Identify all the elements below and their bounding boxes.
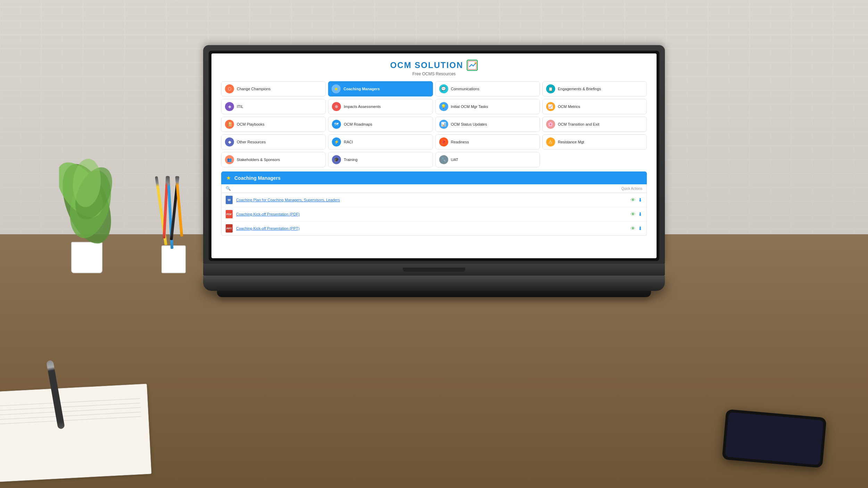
app-subtitle: Free OCMS Resources [221,71,647,76]
section-star-icon: ★ [226,175,231,181]
category-btn-ocm-status[interactable]: 📊 OCM Status Updates [435,117,540,132]
readiness-label: Readiness [451,140,469,144]
other-resources-label: Other Resources [237,140,266,144]
category-btn-itil[interactable]: ◈ ITIL [221,99,326,114]
laptop-bottom-edge [217,291,651,297]
file-2-download-icon[interactable]: ⬇ [638,211,642,217]
category-btn-readiness[interactable]: 📌 Readiness [435,134,540,150]
file-item: PDF Coaching Kick-off Presentation (PDF)… [222,207,646,221]
training-label: Training [344,158,357,162]
file-item: W Coaching Plan for Coaching Managers, S… [222,193,646,207]
category-btn-impacts[interactable]: ⊕ Impacts Assessments [328,99,433,114]
section-header-label: Coaching Managers [234,175,281,181]
category-btn-training[interactable]: 🎓 Training [328,152,433,167]
category-btn-change-champions[interactable]: ⬡ Change Champions [221,81,326,96]
readiness-icon: 📌 [439,137,448,146]
file-item: PPT Coaching Kick-off Presentation (PPT)… [222,221,646,235]
coaching-managers-label: Coaching Managers [343,87,380,91]
active-section: ★ Coaching Managers 🔍 Quick Actions [221,171,647,236]
laptop-base [203,264,665,276]
category-btn-other-resources[interactable]: ◆ Other Resources [221,134,326,150]
ocm-transition-icon: 🌸 [546,120,555,129]
itil-label: ITIL [237,104,243,109]
ocm-playbooks-label: OCM Playbooks [237,122,264,126]
training-icon: 🎓 [332,155,341,164]
file-name-2[interactable]: Coaching Kick-off Presentation (PDF) [236,212,627,216]
ocm-metrics-icon: 📈 [546,102,555,111]
file-1-eye-icon[interactable]: 👁 [631,197,635,203]
category-btn-initial-ocm[interactable]: 💡 Initial OCM Mgr Tasks [435,99,540,114]
section-search-row: 🔍 Quick Actions [221,184,647,193]
engagements-icon: 📋 [546,84,555,93]
stakeholders-label: Stakeholders & Sponsors [237,158,280,162]
engagements-label: Engagements & Briefings [558,87,601,91]
file-name-3[interactable]: Coaching Kick-off Presentation (PPT) [236,226,627,230]
file-doc-icon: W [226,196,233,204]
category-btn-ocm-roadmaps[interactable]: 🗺 OCM Roadmaps [328,117,433,132]
coaching-managers-icon: ★ [332,84,341,93]
resistance-icon: ⚠ [546,137,555,146]
app-logo-icon [467,60,478,71]
category-btn-resistance[interactable]: ⚠ Resistance Mgt [542,134,647,150]
category-btn-engagements[interactable]: 📋 Engagements & Briefings [542,81,647,96]
stakeholders-icon: 👥 [225,155,234,164]
raci-icon: ⚡ [332,137,341,146]
itil-icon: ◈ [225,102,234,111]
ocm-roadmaps-label: OCM Roadmaps [344,122,372,126]
category-grid: ⬡ Change Champions ★ Coaching Managers 💬… [221,81,647,167]
ocm-roadmaps-icon: 🗺 [332,120,341,129]
category-btn-ocm-transition[interactable]: 🌸 OCM Transition and Exit [542,117,647,132]
file-1-actions: 👁 ⬇ [631,197,642,203]
uat-icon: 🔧 [439,155,448,164]
app-title: OCM SOLUTION [390,60,464,70]
impacts-icon: ⊕ [332,102,341,111]
ocm-metrics-label: OCM Metrics [558,104,580,109]
uat-label: UAT [451,158,458,162]
ocm-status-icon: 📊 [439,120,448,129]
file-ppt-icon: PPT [226,224,233,233]
communications-icon: 💬 [439,84,448,93]
change-champions-icon: ⬡ [225,84,234,93]
change-champions-label: Change Champions [237,87,270,91]
file-3-actions: 👁 ⬇ [631,226,642,231]
resistance-label: Resistance Mgt [558,140,584,144]
raci-label: RACI [344,140,353,144]
quick-actions-label: Quick Actions [621,187,642,191]
category-btn-uat[interactable]: 🔧 UAT [435,152,540,167]
ocm-status-label: OCM Status Updates [451,122,487,126]
file-2-eye-icon[interactable]: 👁 [631,211,635,217]
initial-ocm-label: Initial OCM Mgr Tasks [451,104,488,109]
category-btn-stakeholders[interactable]: 👥 Stakeholders & Sponsors [221,152,326,167]
file-1-download-icon[interactable]: ⬇ [638,197,642,203]
category-btn-ocm-metrics[interactable]: 📈 OCM Metrics [542,99,647,114]
ocm-playbooks-icon: 📔 [225,120,234,129]
category-btn-communications[interactable]: 💬 Communications [435,81,540,96]
file-3-eye-icon[interactable]: 👁 [631,226,635,231]
laptop-hinge [403,268,465,272]
file-name-1[interactable]: Coaching Plan for Coaching Managers, Sup… [236,198,627,202]
file-list: W Coaching Plan for Coaching Managers, S… [221,193,647,236]
category-btn-ocm-playbooks[interactable]: 📔 OCM Playbooks [221,117,326,132]
section-header: ★ Coaching Managers [221,171,647,184]
initial-ocm-icon: 💡 [439,102,448,111]
communications-label: Communications [451,87,479,91]
app-header: OCM SOLUTION Free OC [221,60,647,76]
search-icon: 🔍 [226,186,231,191]
category-btn-coaching-managers[interactable]: ★ Coaching Managers [328,81,433,96]
file-pdf-icon: PDF [226,210,233,218]
category-btn-raci[interactable]: ⚡ RACI [328,134,433,150]
file-3-download-icon[interactable]: ⬇ [638,226,642,231]
laptop-screen: OCM SOLUTION Free OC [211,53,657,258]
other-resources-icon: ◆ [225,137,234,146]
impacts-label: Impacts Assessments [344,104,381,109]
laptop-keyboard-area [203,276,665,291]
file-2-actions: 👁 ⬇ [631,211,642,217]
ocm-transition-label: OCM Transition and Exit [558,122,599,126]
